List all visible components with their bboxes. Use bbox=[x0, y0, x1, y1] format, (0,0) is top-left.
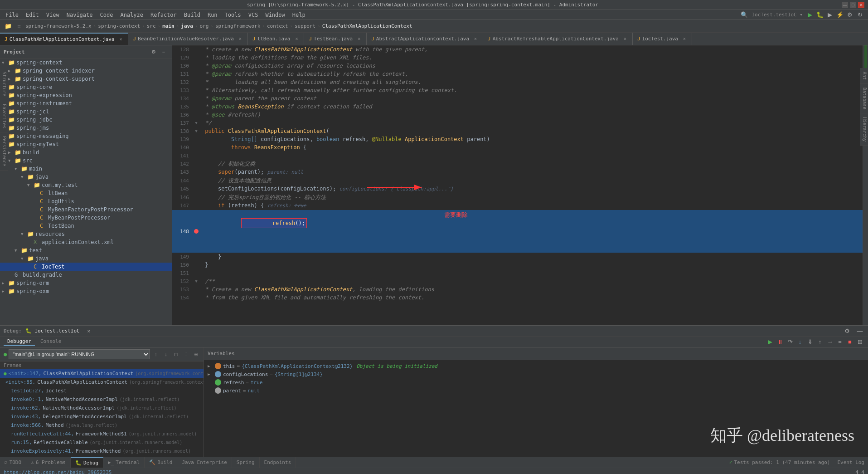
structure-button[interactable]: ≡ bbox=[15, 22, 24, 31]
pause-button[interactable]: ⏸ bbox=[776, 337, 785, 347]
frame-3[interactable]: invoke0:-1, NativeMethodAccessorImpl (jd… bbox=[0, 395, 204, 404]
sidebar-item-logutils[interactable]: C LogUtils bbox=[0, 197, 172, 205]
sidebar-item-appcontextxml[interactable]: X applicationContext.xml bbox=[0, 238, 172, 246]
close-button[interactable]: ✕ bbox=[858, 2, 864, 8]
hierarchy-tool[interactable]: Hierarchy bbox=[860, 113, 868, 146]
thread-down-button[interactable]: ↓ bbox=[162, 350, 170, 358]
menu-file[interactable]: File bbox=[2, 11, 22, 19]
run-config-selector[interactable]: IocTest.testIoC ▾ bbox=[750, 12, 805, 18]
thread-more-button[interactable]: ⋮ bbox=[182, 350, 190, 358]
frame-7[interactable]: runReflectiveCall:44, FrameworkMethod$1 … bbox=[0, 430, 204, 438]
sidebar-item-build[interactable]: ▶ 📁 build bbox=[0, 148, 172, 156]
sidebar-item-buildgradle[interactable]: G build.gradle bbox=[0, 271, 172, 279]
close-debug-button[interactable]: × bbox=[84, 327, 93, 336]
frame-9[interactable]: invokeExplosively:41, FrameworkMethod (o… bbox=[0, 447, 204, 455]
run-with-coverage-button[interactable]: ▶ bbox=[825, 10, 834, 20]
var-refresh[interactable]: ▶ refresh = true bbox=[204, 378, 868, 386]
menu-code[interactable]: Code bbox=[97, 11, 117, 19]
tab-classpathxml-close[interactable]: × bbox=[118, 37, 123, 42]
sidebar-sync-button[interactable]: ⚙ bbox=[149, 47, 158, 56]
debug-minimize-button[interactable]: — bbox=[855, 327, 864, 336]
sidebar-item-springoxm[interactable]: ▶ 📁 spring-oxm bbox=[0, 287, 172, 295]
sidebar-item-testjava[interactable]: ▼ 📁 java bbox=[0, 254, 172, 263]
sidebar-item-mybeanpost[interactable]: C MyBeanPostProcessor bbox=[0, 214, 172, 222]
menu-navigate[interactable]: Navigate bbox=[63, 11, 97, 19]
tab-abstractrefreshable[interactable]: J AbstractRefreshableApplicationContext.… bbox=[483, 33, 633, 45]
var-this[interactable]: ▶ this = {ClassPathXmlApplicationContext… bbox=[204, 362, 868, 370]
thread-selector[interactable]: "main"@1 in group 'main': RUNNING bbox=[9, 349, 150, 359]
frame-6[interactable]: invoke:566, Method (java.lang.reflect) bbox=[0, 421, 204, 430]
frame-8[interactable]: run:15, ReflectiveCallable (org.junit.in… bbox=[0, 438, 204, 447]
sidebar-item-ltbean[interactable]: C ltBean bbox=[0, 189, 172, 197]
step-into-button[interactable]: ↓ bbox=[795, 337, 805, 347]
tab-testbean[interactable]: J TestBean.java × bbox=[304, 33, 367, 45]
tab-abstractapplication[interactable]: J AbstractApplicationContext.java × bbox=[367, 33, 483, 45]
settings-button[interactable]: ⚙ bbox=[845, 10, 854, 20]
sidebar-item-main[interactable]: ▼ 📁 main bbox=[0, 165, 172, 173]
menu-vcs[interactable]: VCS bbox=[245, 11, 262, 19]
debugger-tab[interactable]: Debugger bbox=[4, 337, 35, 346]
menu-tools[interactable]: Tools bbox=[221, 11, 245, 19]
sidebar-item-mybeanfactory[interactable]: C MyBeanFactoryPostProcessor bbox=[0, 205, 172, 214]
tab-classpathxml[interactable]: J ClassPathXmlApplicationContext.java × bbox=[0, 33, 128, 45]
sidebar-item-springcontextsupport[interactable]: ▶ 📁 spring-context-support bbox=[0, 75, 172, 83]
var-parent[interactable]: ▶ parent = null bbox=[204, 386, 868, 395]
close-frames-button[interactable]: ⊞ bbox=[855, 337, 864, 347]
thread-settings-button[interactable]: ⊕ bbox=[192, 350, 200, 358]
sidebar-item-springjcl[interactable]: ▶ 📁 spring-jcl bbox=[0, 108, 172, 116]
tab-beandefinition[interactable]: J BeanDefinitionValueResolver.java × bbox=[128, 33, 248, 45]
stop-button[interactable]: ■ bbox=[845, 337, 854, 347]
fold-arrow-152[interactable]: ▼ bbox=[195, 279, 197, 283]
sidebar-item-springcontext[interactable]: ▼ 📁 spring-context bbox=[0, 59, 172, 67]
sidebar-item-springinstrument[interactable]: ▶ 📁 spring-instrument bbox=[0, 99, 172, 108]
frame-2[interactable]: testIoC:27, IocTest bbox=[0, 386, 204, 395]
problems-tab[interactable]: ⚠ 6 Problems bbox=[26, 457, 71, 468]
menu-build[interactable]: Build bbox=[180, 11, 204, 19]
minimize-button[interactable]: — bbox=[842, 2, 848, 8]
thread-up-button[interactable]: ↑ bbox=[152, 350, 160, 358]
sidebar-item-springmessaging[interactable]: ▶ 📁 spring-messaging bbox=[0, 132, 172, 140]
tab-ltbean[interactable]: J ltBean.java × bbox=[248, 33, 304, 45]
resume-button[interactable]: ▶ bbox=[766, 337, 775, 347]
sidebar-collapse-button[interactable]: ≡ bbox=[159, 47, 168, 56]
persistence-tool[interactable]: Persistence bbox=[0, 132, 8, 170]
search-everywhere-button[interactable]: 🔍 bbox=[740, 10, 749, 20]
thread-filter-button[interactable]: ⊓ bbox=[172, 350, 180, 358]
database-tool[interactable]: Database bbox=[860, 84, 868, 113]
run-button[interactable]: ▶ bbox=[805, 10, 815, 20]
console-tab[interactable]: Console bbox=[37, 337, 65, 346]
debug-session-name[interactable]: 🐛 IocTest.testIoC bbox=[25, 328, 80, 334]
sidebar-item-springorm[interactable]: ▶ 📁 spring-orm bbox=[0, 279, 172, 287]
tab-ioctest-close[interactable]: × bbox=[682, 36, 687, 42]
maximize-button[interactable]: □ bbox=[850, 2, 856, 8]
var-this-expand[interactable]: ▶ bbox=[208, 364, 213, 368]
run-to-cursor-button[interactable]: → bbox=[825, 337, 834, 347]
sidebar-item-testbeanfile[interactable]: C TestBean bbox=[0, 222, 172, 230]
fold-arrow-137[interactable]: ▼ bbox=[195, 121, 197, 125]
menu-analyze[interactable]: Analyze bbox=[116, 11, 147, 19]
ant-tool[interactable]: Ant bbox=[860, 68, 868, 84]
frame-1[interactable]: <init>:85, ClassPathXmlApplicationContex… bbox=[0, 378, 204, 386]
breakpoint-dot-148[interactable] bbox=[194, 229, 199, 234]
tab-abstractapplication-close[interactable]: × bbox=[473, 36, 478, 42]
structure-tool[interactable]: Structure bbox=[0, 68, 8, 100]
debug-bottom-tab[interactable]: 🐛 Debug bbox=[71, 457, 103, 468]
sidebar-item-springjdbc[interactable]: ▶ 📁 spring-jdbc bbox=[0, 116, 172, 124]
menu-edit[interactable]: Edit bbox=[22, 11, 43, 19]
tab-beandefinition-close[interactable]: × bbox=[238, 36, 243, 42]
menu-window[interactable]: Window bbox=[262, 11, 288, 19]
terminal-tab[interactable]: ▶_ Terminal bbox=[103, 457, 145, 468]
menu-help[interactable]: Help bbox=[289, 11, 309, 19]
build-tab[interactable]: 🔨 Build bbox=[145, 457, 177, 468]
update-project-button[interactable]: ↻ bbox=[855, 10, 864, 20]
sidebar-item-springjms[interactable]: ▶ 📁 spring-jms bbox=[0, 124, 172, 132]
endpoints-tab[interactable]: Endpoints bbox=[260, 457, 296, 468]
project-view-button[interactable]: 📁 bbox=[4, 22, 13, 31]
fold-arrow-138[interactable]: ▼ bbox=[195, 129, 197, 133]
evaluate-expression-button[interactable]: = bbox=[835, 337, 844, 347]
frame-5[interactable]: invoke:43, DelegatingMethodAccessorImpl … bbox=[0, 412, 204, 421]
tab-abstractrefreshable-close[interactable]: × bbox=[622, 36, 628, 42]
breadcrumb-main[interactable]: main bbox=[162, 23, 175, 29]
sidebar-item-commytest[interactable]: ▼ 📁 com.my.test bbox=[0, 181, 172, 189]
frame-4[interactable]: invoke:62, NativeMethodAccessorImpl (jdk… bbox=[0, 404, 204, 412]
